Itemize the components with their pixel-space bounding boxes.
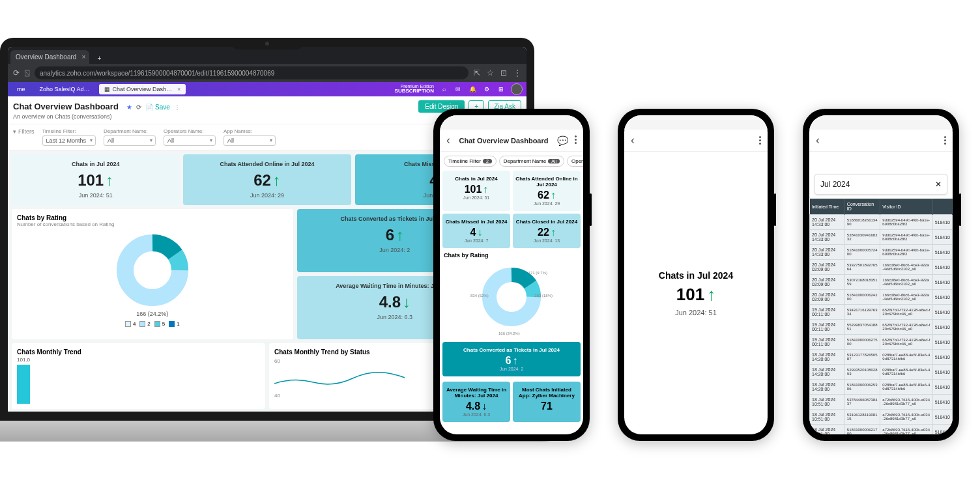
dashboard-icon: ▦ [104, 86, 110, 92]
table-row[interactable]: 18 Jul 2024 14:20:005184100000625306028f… [810, 380, 953, 395]
back-icon[interactable]: ‹ [631, 134, 635, 147]
table-cell: 652f97b0-f732-4138-a8ed-f20c679bbc46_a0 [880, 320, 932, 335]
table-cell: 5343171613976334 [844, 305, 880, 320]
table-row[interactable]: 18 Jul 2024 14:20:005299352010802893028f… [810, 365, 953, 380]
p1-converted[interactable]: Chats Converted as Tickets in Jul 2024 6… [442, 342, 581, 376]
col-visitor[interactable]: Visitor ID [880, 199, 932, 215]
filter-apps[interactable]: All [223, 135, 276, 146]
col-conversation[interactable]: Conversation ID [844, 199, 880, 215]
table-row[interactable]: 20 Jul 2024 14:33:0051686018266134909d3b… [810, 215, 953, 230]
table-cell: 1b6cd8e0-86c6-4ce3-922a-4dd5d6bc2102_a0 [880, 290, 932, 305]
lock-icon[interactable]: ⍂ [25, 68, 29, 77]
table-row[interactable]: 20 Jul 2024 14:33:0051841000005724009d3b… [810, 245, 953, 260]
table-cell: 518410 [932, 260, 952, 275]
kpi-attended[interactable]: Chats Attended Online in Jul 2024 62↑ Ju… [183, 154, 351, 205]
phone-body[interactable]: Timeline Filter2 Department NameAll Oper… [440, 152, 583, 434]
filter-department[interactable]: All [104, 135, 156, 146]
phone-header: ‹ [809, 130, 953, 152]
table-cell: 20 Jul 2024 02:09:00 [810, 290, 845, 305]
p1-kpi-attended[interactable]: Chats Attended Online in Jul 2024 62↑ Ju… [513, 171, 581, 211]
extension-icon[interactable]: ⊡ [500, 68, 507, 77]
table-row[interactable]: 19 Jul 2024 00:11:005529983705418851652f… [810, 320, 953, 335]
chip-operators[interactable]: Operators NameAll [567, 156, 583, 167]
close-tab-icon[interactable]: × [177, 86, 180, 92]
chats-by-rating-card[interactable]: Chats by Rating Number of conversations … [12, 209, 293, 339]
table-row[interactable]: 18 Jul 2024 10:51:005319612841908115a72b… [810, 410, 953, 425]
table-row[interactable]: 20 Jul 2024 02:09:0051841000006242001b6c… [810, 290, 953, 305]
back-icon[interactable]: ‹ [816, 134, 820, 147]
page-title: Chat Overview Dashboard [13, 102, 119, 111]
phone-header: ‹ [624, 130, 768, 152]
table-row[interactable]: 18 Jul 2024 10:51:005378449608738437a72b… [810, 395, 953, 410]
url-text: analytics.zoho.com/workspace/11961590000… [40, 70, 274, 77]
table-cell: 18 Jul 2024 14:20:00 [810, 350, 845, 365]
sheet-header[interactable]: Jul 2024 ✕ [814, 174, 947, 195]
phone-status-bar [440, 115, 583, 130]
more-icon[interactable]: ⋮ [174, 104, 180, 111]
p1-kpi-chats[interactable]: Chats in Jul 2024 101↑ Jun 2024: 51 [442, 171, 510, 211]
avatar[interactable] [511, 83, 523, 95]
table-cell: 518410 [932, 215, 952, 230]
browser-tab[interactable]: Overview Dashboard × [10, 50, 89, 64]
table-cell: a72b8693-7615-400b-a034-26c8981d3b77_a0 [880, 395, 932, 410]
grid-icon[interactable]: ⊞ [497, 85, 506, 94]
col-initiated[interactable]: Initiated Time [810, 199, 845, 215]
p1-most-chats[interactable]: Most Chats Initiated App: Zylker Machine… [513, 382, 581, 422]
table-cell: 9d3b2594-b49c-4f6b-ba1e-b908c0ba28f2 [880, 245, 932, 260]
share-icon[interactable]: ⇱ [474, 68, 480, 77]
comment-icon[interactable]: 💬 [557, 135, 568, 146]
more-icon[interactable] [944, 136, 946, 145]
phone-body[interactable]: Jul 2024 ✕ Initiated Time Conversation I… [809, 152, 953, 434]
save-button[interactable]: 📄 Save [145, 104, 170, 111]
table-cell: 5307216801835159 [844, 275, 880, 290]
table-row[interactable]: 19 Jul 2024 00:11:005184100000627500652f… [810, 335, 953, 350]
table-row[interactable]: 20 Jul 2024 02:09:0053072168018351591b6c… [810, 275, 953, 290]
url-input[interactable]: analytics.zoho.com/workspace/11961590000… [35, 66, 468, 79]
donut-center-label: 166 (24.2%) [136, 311, 168, 317]
table-cell: 19 Jul 2024 00:11:00 [810, 335, 845, 350]
table-cell: 518410 [932, 395, 952, 410]
gear-icon[interactable]: ⚙ [482, 85, 491, 94]
star-icon[interactable]: ☆ [487, 68, 494, 77]
kpi-chats[interactable]: Chats in Jul 2024 101↑ Jun 2024: 51 [12, 154, 179, 205]
table-row[interactable]: 18 Jul 2024 14:20:005312317782650587028f… [810, 350, 953, 365]
close-icon[interactable]: × [82, 53, 86, 61]
table-row[interactable]: 19 Jul 2024 00:11:005343171613976334652f… [810, 305, 953, 320]
p1-avg-wait[interactable]: Average Waiting Time in Minutes: Jul 202… [442, 382, 510, 422]
refresh-icon[interactable]: ⟳ [136, 104, 141, 111]
table-row[interactable]: 20 Jul 2024 02:09:0053327501892765641b6c… [810, 260, 953, 275]
chats-monthly-trend[interactable]: Chats Monthly Trend 101.0 [12, 343, 265, 409]
back-icon[interactable]: ‹ [446, 134, 450, 147]
filters-toggle[interactable]: ▾Filters [13, 128, 35, 135]
new-tab-button[interactable]: + [93, 52, 105, 64]
search-icon[interactable]: ⌕ [439, 85, 448, 94]
star-icon[interactable]: ★ [126, 104, 132, 111]
table-cell: 518410 [932, 335, 952, 350]
table-cell: 9d3b2594-b49c-4f6b-ba1e-b908c0ba28f2 [880, 215, 932, 230]
chip-timeline[interactable]: Timeline Filter2 [444, 156, 497, 167]
filter-operators[interactable]: All [164, 135, 216, 146]
table-cell: 028fbaf7-ee88-4e5f-83e6-49d87314bfb6 [880, 365, 932, 380]
table-cell: 518410 [932, 425, 952, 435]
more-icon[interactable] [759, 136, 761, 145]
p1-kpi-closed[interactable]: Chats Closed in Jul 2024 22↑ Jun 2024: 1… [513, 214, 581, 248]
filter-timeline[interactable]: Last 12 Months [42, 135, 96, 146]
more-icon[interactable] [575, 135, 577, 146]
nav-workspace[interactable]: Zoho SalesIQ Ad… [35, 84, 95, 94]
phone-body[interactable]: Chats in Jul 2024 101↑ Jun 2024: 51 [624, 152, 768, 434]
chip-department[interactable]: Department NameAll [499, 156, 564, 167]
col-extra[interactable] [932, 199, 952, 215]
close-icon[interactable]: ✕ [935, 180, 942, 189]
refresh-icon[interactable]: ⟳ [13, 68, 20, 77]
phone-status-bar [809, 115, 953, 130]
nav-home[interactable]: me [12, 84, 31, 94]
p1-kpi-missed[interactable]: Chats Missed in Jul 2024 4↓ Jun 2024: 7 [442, 214, 510, 248]
table-row[interactable]: 20 Jul 2024 14:33:0052841030941682329d3b… [810, 230, 953, 245]
table-cell: 20 Jul 2024 02:09:00 [810, 275, 845, 290]
menu-icon[interactable]: ⋮ [513, 68, 521, 77]
table-row[interactable]: 18 Jul 2024 10:51:005184100000621700a72b… [810, 425, 953, 435]
p1-rating-card[interactable]: Chats by Rating 171 (9.7%) 283 (18%) 834… [440, 248, 583, 339]
nav-tab-active[interactable]: ▦ Chat Overview Dash… × [99, 84, 186, 94]
bell-icon[interactable]: 🔔 [468, 85, 477, 94]
mail-icon[interactable]: ✉ [454, 85, 463, 94]
